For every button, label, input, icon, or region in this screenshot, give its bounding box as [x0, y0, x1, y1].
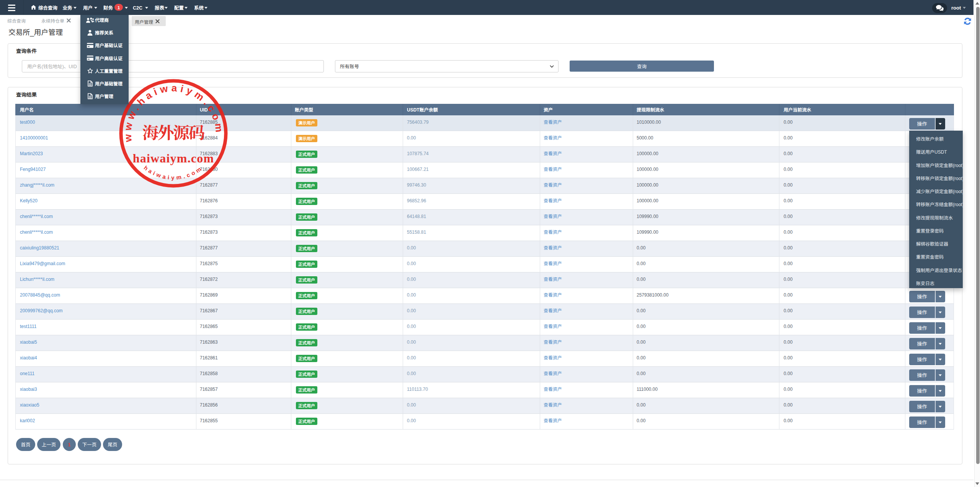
- svg-text:haiwaiym.com: haiwaiym.com: [133, 151, 214, 165]
- svg-text:haiwaiym.com: haiwaiym.com: [143, 164, 204, 181]
- svg-text:海外源码: 海外源码: [142, 120, 205, 143]
